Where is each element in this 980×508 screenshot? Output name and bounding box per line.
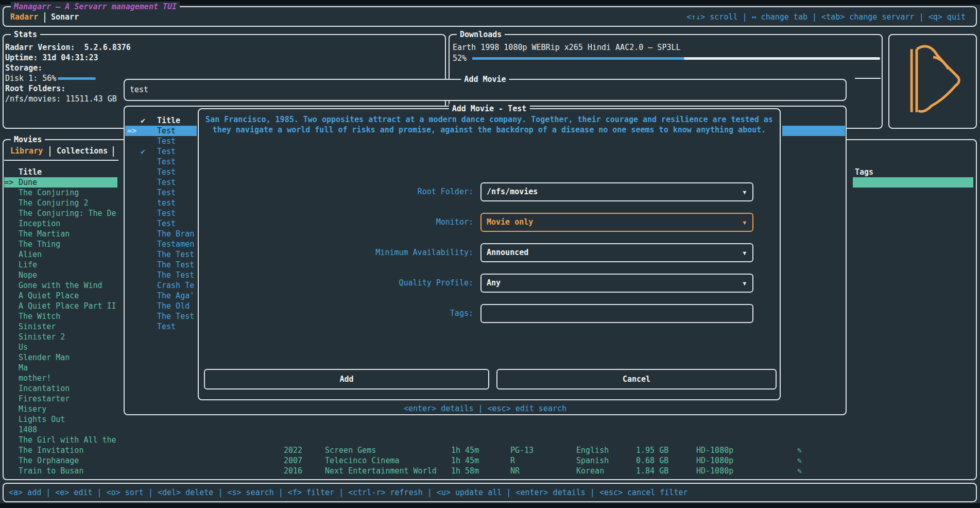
table-row[interactable]: 2016Next Entertainment World1h 58mNRKore…: [0, 466, 980, 476]
movie-row[interactable]: The Girl with All the: [4, 435, 117, 445]
movie-row[interactable]: The Conjuring: The De: [4, 208, 117, 218]
search-result-row[interactable]: The Test: [125, 260, 197, 270]
movie-row[interactable]: =>Dune: [4, 177, 117, 188]
search-result-row[interactable]: The Aga': [125, 291, 197, 301]
scrollbar-segment[interactable]: [855, 78, 881, 79]
movie-row[interactable]: Life: [4, 260, 117, 270]
movie-library-list: =>DuneThe ConjuringThe Conjuring 2The Co…: [4, 177, 117, 476]
movie-row[interactable]: The Conjuring: [4, 188, 117, 198]
movie-row[interactable]: Gone with the Wind: [4, 280, 117, 291]
selected-result-highlight-right: [782, 126, 845, 136]
quality-profile-label: Quality Profile:: [330, 278, 473, 288]
search-result-row[interactable]: The Test: [125, 249, 197, 260]
search-result-row[interactable]: Testamen: [125, 239, 197, 249]
search-result-row[interactable]: ✔Test: [125, 146, 197, 157]
tab-library[interactable]: Library: [10, 146, 43, 156]
movie-row[interactable]: 1408: [4, 425, 117, 435]
movie-title: Dune: [19, 177, 37, 188]
movie-title: The Conjuring 2: [19, 198, 88, 208]
downloads-panel-title: Downloads: [457, 29, 505, 40]
movie-row[interactable]: Sinister 2: [4, 332, 117, 342]
movie-row[interactable]: Incantation: [4, 383, 117, 394]
movie-row[interactable]: Slender Man: [4, 352, 117, 363]
results-header-check-icon: ✔: [141, 115, 145, 126]
library-title-column-header[interactable]: Title: [19, 167, 42, 177]
movie-title: Slender Man: [19, 352, 70, 363]
search-result-row[interactable]: Test: [125, 218, 197, 229]
search-result-row[interactable]: Test: [125, 167, 197, 177]
monitor-select[interactable]: Movie only ▼: [480, 213, 753, 232]
movie-row[interactable]: The Thing: [4, 239, 117, 249]
movie-title: Lights Out: [19, 414, 65, 425]
quality-profile-select[interactable]: Any ▼: [480, 274, 753, 293]
stats-root-folder-value: /nfs/movies: 11511.43 GB: [5, 94, 117, 104]
search-result-row[interactable]: The Test: [125, 270, 197, 280]
add-movie-search-box[interactable]: Add Movie test: [124, 79, 847, 101]
cancel-button[interactable]: Cancel: [496, 369, 777, 390]
search-result-row[interactable]: Test: [125, 188, 197, 198]
search-result-row[interactable]: Test: [125, 208, 197, 218]
selection-cursor: =>: [127, 126, 136, 136]
movie-row[interactable]: Firestarter: [4, 394, 117, 404]
result-title: test: [157, 198, 176, 208]
edit-pencil-icon[interactable]: ✎: [797, 445, 802, 455]
movie-row[interactable]: Alien: [4, 249, 117, 260]
movie-row[interactable]: Ma: [4, 363, 117, 373]
movie-title: The Conjuring: [19, 188, 79, 198]
minimum-availability-select[interactable]: Announced ▼: [480, 243, 753, 262]
movie-row[interactable]: Lights Out: [4, 414, 117, 425]
dropdown-arrow-icon: ▼: [743, 219, 746, 226]
search-result-row[interactable]: The Test: [125, 311, 197, 321]
dropdown-arrow-icon: ▼: [743, 249, 746, 256]
root-folder-select[interactable]: /nfs/movies ▼: [480, 182, 753, 201]
add-movie-search-input[interactable]: test: [130, 84, 148, 95]
search-results-list: =>TestTest✔TestTestTestTestTesttestTestT…: [125, 126, 197, 332]
tags-input[interactable]: [480, 304, 753, 323]
cell-studio: Next Entertainment World: [325, 466, 437, 476]
movie-row[interactable]: The Witch: [4, 311, 117, 321]
stats-panel-title: Stats: [11, 29, 40, 40]
search-result-row[interactable]: =>Test: [125, 126, 197, 136]
movie-title: 1408: [19, 425, 37, 435]
movie-row[interactable]: Inception: [4, 218, 117, 229]
search-result-row[interactable]: Crash Te: [125, 280, 197, 291]
movie-row[interactable]: The Martian: [4, 229, 117, 239]
result-title: Test: [157, 126, 176, 136]
edit-pencil-icon[interactable]: ✎: [797, 455, 802, 466]
movie-title: A Quiet Place Part II: [19, 301, 116, 311]
selection-cursor: =>: [4, 177, 13, 188]
add-button[interactable]: Add: [204, 369, 489, 390]
movie-row[interactable]: A Quiet Place Part II: [4, 301, 117, 311]
search-result-row[interactable]: Test: [125, 136, 197, 146]
result-title: Test: [157, 146, 176, 157]
search-result-row[interactable]: test: [125, 198, 197, 208]
table-row[interactable]: 2022Screen Gems1h 45mPG-13English1.95 GB…: [0, 445, 980, 455]
stats-version: Radarr Version: 5.2.6.8376: [5, 42, 131, 53]
movie-row[interactable]: Misery: [4, 404, 117, 414]
movie-row[interactable]: mother!: [4, 373, 117, 383]
cell-language: Korean: [576, 466, 604, 476]
tab-collections[interactable]: Collections: [57, 146, 108, 156]
search-result-row[interactable]: The Bran: [125, 229, 197, 239]
movie-row[interactable]: Nope: [4, 270, 117, 280]
movie-row[interactable]: A Quiet Place: [4, 291, 117, 301]
movie-title: Gone with the Wind: [19, 280, 102, 291]
tab-radarr[interactable]: Radarr: [10, 12, 38, 22]
search-result-row[interactable]: Test: [125, 321, 197, 332]
search-result-row[interactable]: The Old: [125, 301, 197, 311]
table-row[interactable]: 2007Telecinco Cinema1h 45mRSpanish0.68 G…: [0, 455, 980, 466]
movie-row[interactable]: Us: [4, 342, 117, 352]
search-result-row[interactable]: Test: [125, 157, 197, 167]
cell-rating: NR: [510, 466, 520, 476]
cell-runtime: 1h 45m: [451, 455, 479, 466]
movie-row[interactable]: Sinister: [4, 321, 117, 332]
disk-usage-bar: [58, 77, 96, 80]
results-title-column-header[interactable]: Title: [157, 115, 180, 126]
app-title: Managarr — A Servarr management TUI: [11, 2, 180, 12]
edit-pencil-icon[interactable]: ✎: [797, 466, 802, 476]
movie-row[interactable]: The Conjuring 2: [4, 198, 117, 208]
library-tags-column-header[interactable]: Tags: [855, 167, 873, 177]
search-result-row[interactable]: Test: [125, 177, 197, 188]
tab-sonarr[interactable]: Sonarr: [51, 12, 79, 22]
movie-title: Incantation: [19, 383, 70, 394]
